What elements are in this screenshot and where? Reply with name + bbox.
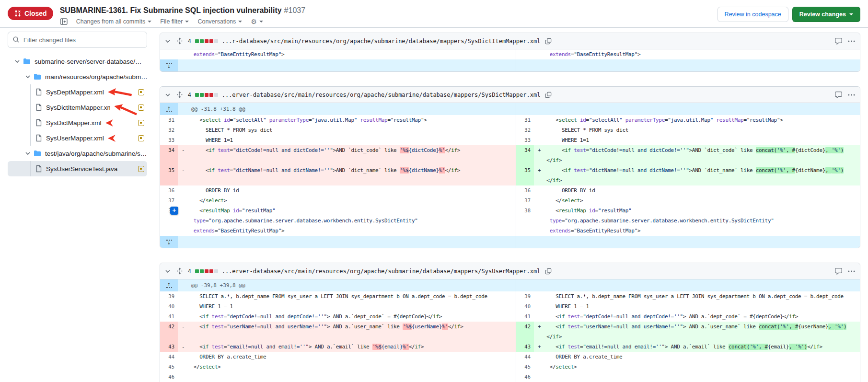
line-number[interactable] — [160, 226, 178, 236]
expand-down-button[interactable]: ↓ — [160, 236, 178, 248]
code-text: ORDER BY a.create_time — [544, 352, 860, 362]
line-number[interactable]: 34 — [160, 145, 178, 155]
collapse-diff-chevron-icon[interactable] — [164, 37, 172, 45]
diff-code-row: </if> — [160, 155, 860, 165]
line-number[interactable]: 41 — [160, 312, 178, 322]
diff-line-ctx: 36 ORDER BY id — [516, 185, 860, 196]
tree-folder-test-java-org-apache-submarine-s[interactable]: test/java/org/apache/submarine/s… — [8, 146, 147, 161]
annotation-arrow — [108, 135, 116, 142]
line-number[interactable]: 36 — [516, 185, 534, 196]
line-number[interactable]: 46 — [516, 372, 534, 382]
kebab-menu-icon[interactable] — [847, 93, 856, 97]
kebab-menu-icon[interactable] — [847, 39, 856, 43]
changes-from-dropdown[interactable]: Changes from all commits — [76, 18, 152, 25]
kebab-menu-icon[interactable] — [847, 269, 856, 273]
diff-line-del: 42- <if test="userName!=null and userNam… — [160, 322, 516, 332]
tree-file-sysdictmapper-xml[interactable]: SysDictMapper.xml — [8, 115, 147, 130]
line-number[interactable] — [516, 332, 534, 342]
chevron-down-icon — [148, 21, 151, 23]
conversations-dropdown[interactable]: Conversations — [197, 18, 242, 25]
file-path[interactable]: ...erver-database/src/main/resources/org… — [222, 268, 541, 275]
comment-icon[interactable] — [834, 36, 843, 46]
collapse-diff-chevron-icon[interactable] — [164, 267, 172, 275]
collapse-diff-chevron-icon[interactable] — [164, 91, 172, 99]
line-number[interactable]: 37 — [516, 196, 534, 206]
file-filter-dropdown[interactable]: File filter — [160, 18, 189, 25]
add-comment-button[interactable]: + — [170, 207, 178, 215]
line-number[interactable]: 45 — [160, 362, 178, 372]
line-number[interactable]: 39 — [516, 291, 534, 301]
comment-icon[interactable] — [834, 90, 843, 99]
tree-folder-submarine-server-server-database[interactable]: submarine-server/server-database/… — [8, 54, 147, 69]
tree-folder-main-resources-org-apache-subm[interactable]: main/resources/org/apache/subm… — [8, 69, 147, 84]
collapse-file-tree-button[interactable] — [60, 18, 68, 25]
line-number[interactable] — [160, 175, 178, 185]
line-number[interactable] — [516, 216, 534, 226]
review-in-codespace-button[interactable]: Review in codespace — [718, 7, 788, 22]
comment-icon[interactable] — [834, 266, 843, 276]
copy-path-icon[interactable] — [544, 267, 553, 276]
line-number[interactable]: 36 — [160, 185, 178, 196]
diff-code-row: 41 <if test="deptCode!=null and deptCode… — [160, 312, 860, 322]
line-number[interactable] — [516, 175, 534, 185]
diff-settings-dropdown[interactable]: ⚙ — [251, 18, 263, 25]
line-number[interactable]: 46 — [160, 372, 178, 382]
tree-file-sysuserservicetest-java[interactable]: SysUserServiceTest.java — [8, 161, 147, 176]
diff-file-header: 4...erver-database/src/main/resources/or… — [160, 87, 860, 103]
copy-path-icon[interactable] — [544, 37, 553, 46]
line-number[interactable]: 37 — [160, 196, 178, 206]
line-number[interactable]: 38 — [516, 206, 534, 216]
drag-handle-icon[interactable] — [175, 36, 184, 46]
review-changes-button[interactable]: Review changes — [792, 7, 860, 22]
line-number[interactable]: 41 — [516, 312, 534, 322]
line-number[interactable] — [160, 332, 178, 342]
line-number[interactable]: 31 — [160, 115, 178, 125]
line-number[interactable]: 34 — [516, 145, 534, 155]
file-path[interactable]: ...erver-database/src/main/resources/org… — [222, 92, 541, 98]
annotation-arrow — [108, 88, 132, 96]
code-text: </select> — [544, 362, 860, 372]
chevron-down-icon[interactable] — [14, 58, 20, 64]
line-number[interactable] — [160, 216, 178, 226]
drag-handle-icon[interactable] — [175, 90, 184, 99]
line-number[interactable]: 33 — [516, 135, 534, 145]
line-number[interactable]: 40 — [160, 301, 178, 312]
chevron-down-icon[interactable] — [25, 150, 31, 156]
line-number[interactable] — [516, 155, 534, 165]
conversations-label: Conversations — [197, 18, 236, 25]
line-number[interactable]: 42 — [160, 322, 178, 332]
line-number[interactable] — [160, 49, 178, 59]
copy-path-icon[interactable] — [544, 91, 553, 99]
diff-sign: - — [178, 322, 187, 332]
line-number[interactable]: 33 — [160, 135, 178, 145]
line-number[interactable]: 42 — [516, 322, 534, 332]
line-number[interactable]: 31 — [516, 115, 534, 125]
line-number[interactable]: 43 — [160, 342, 178, 352]
tree-file-sysusermapper-xml[interactable]: SysUserMapper.xml — [8, 130, 147, 146]
filter-files-input[interactable] — [8, 32, 147, 48]
expand-down-button[interactable]: ↓ — [160, 59, 178, 71]
line-number[interactable]: 45 — [516, 362, 534, 372]
diff-sign — [534, 196, 544, 206]
line-number[interactable]: 44 — [516, 352, 534, 362]
drag-handle-icon[interactable] — [175, 266, 184, 276]
diff-sign — [178, 185, 187, 196]
line-number[interactable]: 35 — [516, 165, 534, 175]
line-number[interactable] — [516, 49, 534, 59]
diff-code-row: </if> — [160, 175, 860, 185]
line-number[interactable]: 40 — [516, 301, 534, 312]
line-number[interactable] — [516, 226, 534, 236]
line-number[interactable]: 32 — [160, 125, 178, 135]
expand-up-button[interactable]: ↑ — [160, 279, 178, 291]
expand-up-button[interactable]: ↑ — [160, 103, 178, 115]
line-number[interactable]: 39 — [160, 291, 178, 301]
file-path[interactable]: ...r-database/src/main/resources/org/apa… — [222, 38, 541, 45]
tree-file-sysdictitemmapper-xml[interactable]: SysDictItemMapper.xml — [8, 100, 147, 115]
line-number[interactable]: 44 — [160, 352, 178, 362]
line-number[interactable] — [160, 155, 178, 165]
line-number[interactable]: 43 — [516, 342, 534, 352]
line-number[interactable]: 35 — [160, 165, 178, 175]
line-number[interactable]: 32 — [516, 125, 534, 135]
chevron-down-icon[interactable] — [25, 74, 31, 80]
tree-file-sysdeptmapper-xml[interactable]: SysDeptMapper.xml — [8, 84, 147, 100]
